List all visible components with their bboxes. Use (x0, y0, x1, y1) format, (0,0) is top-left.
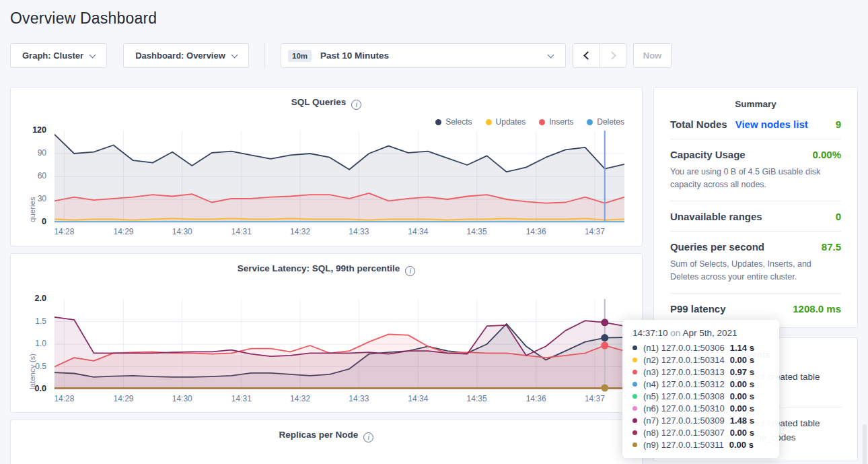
tooltip-row: (n4) 127.0.0.1:503120.00 s (632, 378, 769, 390)
capacity-label: Capacity Usage (670, 149, 746, 160)
node-color-dot (632, 406, 637, 411)
x-axis-tick: 14:29 (107, 227, 139, 236)
now-button[interactable]: Now (633, 43, 672, 68)
p99-latency-label: P99 latency (670, 303, 726, 314)
x-axis-tick: 14:32 (284, 227, 316, 236)
service-latency-chart-card: Service Latency: SQL, 99th percentilei l… (10, 253, 643, 413)
tooltip-row: (n7) 127.0.0.1:503091.48 s (632, 414, 769, 426)
p99-latency-value: 1208.0 ms (793, 303, 841, 314)
tooltip-row: (n8) 127.0.0.1:503070.00 s (632, 426, 769, 438)
time-range-badge: 10m (288, 50, 312, 62)
dashboard-dropdown[interactable]: Dashboard: Overview (123, 43, 249, 68)
info-icon[interactable]: i (363, 432, 373, 442)
y-axis-tick: 1.0 (11, 339, 46, 348)
unavailable-ranges-label: Unavailable ranges (670, 211, 762, 222)
x-axis-tick: 14:29 (107, 394, 139, 403)
x-axis-tick: 14:28 (48, 227, 80, 236)
y-axis-tick: 30 (11, 194, 46, 203)
tooltip-row: (n6) 127.0.0.1:503100.00 s (632, 402, 769, 414)
x-axis-tick: 14:35 (461, 227, 493, 236)
x-axis-tick: 14:28 (48, 394, 80, 403)
chart-title-text: Service Latency: SQL, 99th percentile (238, 263, 400, 273)
chevron-down-icon (89, 51, 96, 58)
y-axis-tick: 120 (11, 125, 46, 135)
x-axis-tick: 14:37 (579, 227, 611, 236)
node-color-dot (632, 358, 637, 362)
qps-description: Sum of Selects, Updates, Inserts, and De… (670, 258, 841, 284)
x-axis-tick: 14:33 (342, 394, 375, 403)
tooltip-row: (n9) 127.0.0.1:503110.00 s (632, 438, 769, 451)
x-axis-tick: 14:31 (225, 227, 258, 236)
y-axis-tick: 60 (11, 171, 46, 180)
summary-item-capacity: Capacity Usage 0.00% You are using 0 B o… (670, 139, 841, 201)
tooltip-row: (n1) 127.0.0.1:503061.14 s (632, 341, 769, 354)
sql-queries-plot[interactable] (55, 131, 624, 222)
chart-title-text: SQL Queries (291, 97, 347, 107)
view-nodes-list-link[interactable]: View nodes list (735, 119, 808, 130)
unavailable-ranges-value: 0 (836, 211, 841, 222)
toolbar-divider (264, 43, 265, 68)
node-color-dot (632, 418, 637, 423)
page-title: Overview Dashboard (0, 0, 868, 28)
capacity-description: You are using 0 B of 4.5 GiB usable disk… (670, 166, 841, 192)
legend-dot (486, 119, 492, 125)
tooltip-row: (n3) 127.0.0.1:503130.97 s (632, 366, 769, 378)
summary-title: Summary (670, 99, 841, 109)
x-axis-tick: 14:36 (520, 394, 552, 403)
x-axis-tick: 14:37 (579, 394, 611, 403)
replicas-per-node-chart-card: Replicas per Nodei (10, 420, 643, 464)
service-latency-plot[interactable] (55, 299, 624, 389)
capacity-value: 0.00% (812, 149, 841, 160)
x-axis-tick: 14:30 (166, 227, 198, 236)
legend-item-updates: Updates (486, 117, 526, 127)
tooltip-row: (n2) 127.0.0.1:503140.00 s (632, 354, 769, 366)
chevron-down-icon (548, 51, 554, 58)
time-next-button[interactable] (600, 44, 626, 67)
charts-column: SQL Queriesi Selects Updates Inserts Del… (10, 87, 643, 464)
chevron-down-icon (231, 51, 238, 58)
info-icon[interactable]: i (351, 100, 361, 110)
node-color-dot (632, 382, 637, 387)
graph-dropdown[interactable]: Graph: Cluster (10, 43, 107, 68)
node-color-dot (632, 394, 637, 399)
node-color-dot (632, 345, 637, 350)
chart-title: Replicas per Nodei (11, 430, 642, 442)
total-nodes-label: Total Nodes (670, 119, 727, 130)
time-prev-button[interactable] (573, 44, 600, 67)
legend-dot (539, 119, 545, 125)
total-nodes-value: 9 (836, 119, 841, 130)
node-color-dot (632, 442, 637, 447)
legend-dot (587, 119, 593, 125)
time-step-buttons (573, 43, 626, 68)
node-color-dot (632, 370, 637, 374)
info-icon[interactable]: i (405, 266, 415, 276)
y-axis-tick: 2.0 (11, 294, 46, 303)
summary-item-p99: P99 latency 1208.0 ms (670, 293, 841, 323)
x-axis-tick: 14:31 (225, 394, 258, 403)
legend-item-deletes: Deletes (587, 117, 624, 127)
chart-title-text: Replicas per Node (279, 430, 359, 440)
x-axis-tick: 14:32 (284, 394, 316, 403)
y-axis-tick: 1.5 (11, 317, 46, 326)
scrollbar-thumb[interactable] (863, 424, 867, 464)
summary-item-unavailable-ranges: Unavailable ranges 0 (670, 201, 841, 231)
summary-item-total-nodes: Total Nodes View nodes list 9 (670, 109, 841, 139)
y-axis-tick: 90 (11, 148, 46, 158)
tooltip-timestamp: 14:37:10 on Apr 5th, 2021 (632, 328, 769, 338)
node-color-dot (632, 430, 637, 435)
summary-panel: Summary Total Nodes View nodes list 9 Ca… (653, 87, 858, 328)
x-axis-tick: 14:34 (402, 394, 434, 403)
chart-legend: Selects Updates Inserts Deletes (435, 117, 624, 127)
toolbar: Graph: Cluster Dashboard: Overview 10m P… (10, 43, 858, 68)
x-axis-tick: 14:36 (520, 227, 552, 236)
legend-item-inserts: Inserts (539, 117, 573, 127)
time-range-label: Past 10 Minutes (320, 51, 548, 61)
chevron-left-icon (583, 51, 592, 60)
y-axis-tick: 0 (11, 217, 46, 226)
time-range-dropdown[interactable]: 10m Past 10 Minutes (281, 43, 566, 68)
x-axis-tick: 14:35 (461, 394, 493, 403)
dashboard-dropdown-label: Dashboard: Overview (135, 51, 225, 61)
qps-value: 87.5 (822, 241, 841, 253)
chart-hover-tooltip: 14:37:10 on Apr 5th, 2021 (n1) 127.0.0.1… (622, 320, 779, 458)
x-axis-tick: 14:30 (166, 394, 198, 403)
